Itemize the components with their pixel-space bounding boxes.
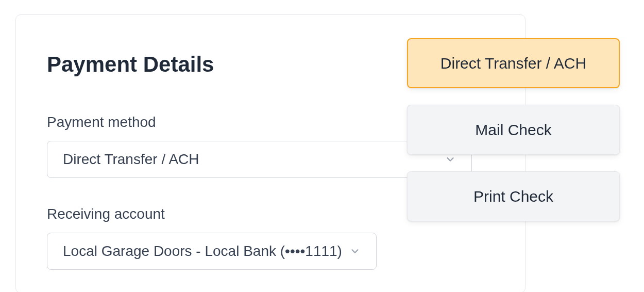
payment-method-dropdown: Direct Transfer / ACH Mail Check Print C… (407, 38, 620, 238)
payment-method-value: Direct Transfer / ACH (63, 151, 199, 168)
menu-option-label: Mail Check (475, 121, 551, 139)
menu-option-label: Direct Transfer / ACH (440, 55, 586, 72)
chevron-down-icon (349, 246, 361, 257)
receiving-account-value: Local Garage Doors - Local Bank (••••111… (63, 243, 342, 259)
receiving-account-field: Receiving account Local Garage Doors - L… (47, 206, 377, 270)
menu-option-direct-transfer[interactable]: Direct Transfer / ACH (407, 38, 620, 88)
menu-option-print-check[interactable]: Print Check (407, 171, 620, 221)
menu-option-mail-check[interactable]: Mail Check (407, 105, 620, 155)
receiving-account-select[interactable]: Local Garage Doors - Local Bank (••••111… (47, 233, 377, 270)
menu-option-label: Print Check (473, 188, 553, 205)
page-title: Payment Details (47, 52, 214, 77)
receiving-account-label: Receiving account (47, 206, 377, 222)
